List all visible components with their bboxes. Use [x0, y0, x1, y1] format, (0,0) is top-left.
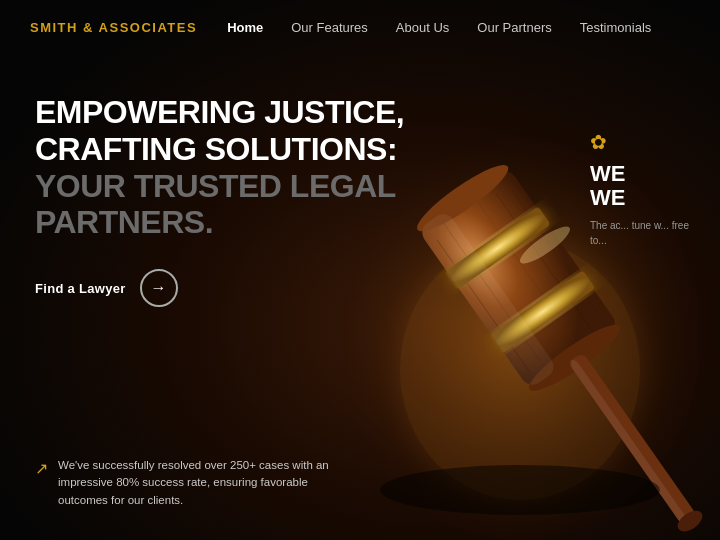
find-lawyer-button[interactable]: →: [140, 269, 178, 307]
stats-bar: ↗ We've successfully resolved over 250+ …: [35, 457, 345, 510]
right-panel-text: The ac... tune w... free to...: [590, 218, 705, 248]
hero-title-line2: CRAFTING SOLUTIONS:: [35, 131, 397, 167]
nav-link-testimonials[interactable]: Testimonials: [580, 20, 652, 35]
navbar: SMITH & ASSOCIATES Home Our Features Abo…: [0, 0, 720, 54]
hero-title-line1: EMPOWERING JUSTICE,: [35, 94, 404, 130]
cta-label: Find a Lawyer: [35, 281, 126, 296]
nav-item-about[interactable]: About Us: [396, 18, 449, 36]
hero-title-line3: YOUR TRUSTED LEGAL: [35, 168, 396, 204]
nav-item-home[interactable]: Home: [227, 18, 263, 36]
stats-text: We've successfully resolved over 250+ ca…: [58, 457, 345, 510]
nav-item-features[interactable]: Our Features: [291, 18, 368, 36]
right-panel: ✿ WE WE The ac... tune w... free to...: [580, 115, 720, 263]
decorative-flower-icon: ✿: [590, 130, 705, 154]
nav-link-features[interactable]: Our Features: [291, 20, 368, 35]
nav-item-testimonials[interactable]: Testimonials: [580, 18, 652, 36]
cta-row: Find a Lawyer →: [35, 269, 405, 307]
nav-item-partners[interactable]: Our Partners: [477, 18, 551, 36]
right-panel-title: WE WE: [590, 162, 705, 210]
hero-title-line4: PARTNERS.: [35, 204, 213, 240]
brand-logo: SMITH & ASSOCIATES: [30, 20, 197, 35]
nav-link-partners[interactable]: Our Partners: [477, 20, 551, 35]
nav-link-home[interactable]: Home: [227, 20, 263, 35]
nav-links: Home Our Features About Us Our Partners …: [227, 18, 651, 36]
hero-title: EMPOWERING JUSTICE, CRAFTING SOLUTIONS: …: [35, 94, 405, 241]
hero-section: EMPOWERING JUSTICE, CRAFTING SOLUTIONS: …: [0, 54, 440, 307]
right-panel-title-line1: WE: [590, 161, 625, 186]
right-panel-title-line2: WE: [590, 185, 625, 210]
svg-point-16: [380, 465, 660, 515]
stats-arrow-icon: ↗: [35, 459, 48, 478]
nav-link-about[interactable]: About Us: [396, 20, 449, 35]
